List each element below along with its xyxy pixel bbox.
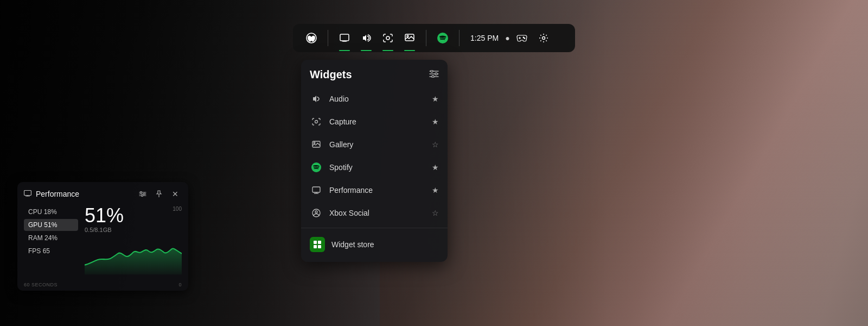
perf-controls: ✕ <box>136 187 182 200</box>
svg-point-17 <box>435 73 437 75</box>
perf-stat-ram[interactable]: RAM 24% <box>24 232 78 244</box>
widget-item-spotify[interactable]: Spotify ★ <box>301 156 448 179</box>
spotify-widget-label: Spotify <box>329 163 425 172</box>
svg-point-21 <box>314 142 315 144</box>
perf-body: CPU 18% GPU 51% RAM 24% FPS 65 100 51% 0… <box>17 206 188 282</box>
perf-stat-fps[interactable]: FPS 65 <box>24 245 78 257</box>
svg-point-27 <box>315 211 317 213</box>
gallery-widget-icon <box>310 138 323 151</box>
widget-item-performance[interactable]: Performance ★ <box>301 179 448 202</box>
controller-icon[interactable] <box>512 28 532 48</box>
divider-1 <box>328 30 328 46</box>
perf-time-end: 0 <box>178 282 182 287</box>
xbox-social-star[interactable]: ☆ <box>432 209 439 217</box>
widgets-divider <box>301 228 448 228</box>
svg-rect-1 <box>340 34 349 41</box>
perf-percentage: 51% <box>85 206 124 225</box>
spotify-widget-icon <box>310 161 323 174</box>
perf-title: Performance <box>36 190 132 198</box>
perf-time-start: 60 SECONDS <box>24 282 58 287</box>
audio-widget-icon <box>310 92 323 105</box>
svg-rect-31 <box>318 245 321 248</box>
widgets-header: Widgets <box>301 68 448 87</box>
perf-chart-labels: 60 SECONDS 0 <box>17 282 188 287</box>
topbar-audio-icon[interactable] <box>356 28 376 48</box>
xbox-social-widget-label: Xbox Social <box>329 209 425 217</box>
svg-rect-30 <box>314 245 317 248</box>
topbar-performance-icon[interactable] <box>335 28 354 48</box>
clock: 1:25 PM <box>470 34 499 42</box>
svg-point-19 <box>315 121 318 123</box>
performance-widget: Performance ✕ <box>17 182 188 291</box>
settings-icon[interactable] <box>534 28 553 48</box>
perf-pin-btn[interactable] <box>152 187 165 200</box>
svg-rect-29 <box>318 241 321 244</box>
capture-widget-label: Capture <box>329 117 425 126</box>
topbar-capture-icon[interactable] <box>378 28 398 48</box>
topbar-gallery-icon[interactable] <box>400 28 419 48</box>
perf-stats-list: CPU 18% GPU 51% RAM 24% FPS 65 <box>24 206 78 278</box>
performance-star[interactable]: ★ <box>432 186 439 195</box>
divider-3 <box>459 30 459 46</box>
widget-item-audio[interactable]: Audio ★ <box>301 87 448 110</box>
perf-detail: 0.5/8.1GB <box>85 227 112 233</box>
gallery-star[interactable]: ☆ <box>432 140 439 149</box>
xbox-social-widget-icon <box>310 206 323 220</box>
svg-point-38 <box>141 192 142 193</box>
gallery-widget-label: Gallery <box>329 140 425 149</box>
performance-widget-label: Performance <box>329 186 425 195</box>
top-bar: 1:25 PM ● <box>293 24 575 52</box>
perf-header: Performance ✕ <box>17 182 188 206</box>
svg-point-18 <box>432 76 434 78</box>
widget-store-label: Widget store <box>331 240 374 249</box>
capture-star[interactable]: ★ <box>432 117 439 126</box>
svg-point-12 <box>542 37 545 40</box>
audio-star[interactable]: ★ <box>432 95 439 103</box>
perf-settings-btn[interactable] <box>136 187 149 200</box>
svg-point-10 <box>523 37 524 38</box>
divider-2 <box>426 30 426 46</box>
widget-store-item[interactable]: Widget store <box>301 231 448 258</box>
widget-item-xbox-social[interactable]: Xbox Social ☆ <box>301 202 448 224</box>
svg-rect-23 <box>312 187 320 192</box>
perf-max-value: 100 <box>173 206 182 212</box>
perf-widget-icon <box>24 190 31 198</box>
capture-widget-icon <box>310 115 323 128</box>
perf-stat-gpu[interactable]: GPU 51% <box>24 219 78 231</box>
perf-chart <box>85 240 182 278</box>
perf-close-btn[interactable]: ✕ <box>169 187 182 200</box>
perf-main-display: 100 51% 0.5/8.1GB <box>78 206 182 278</box>
svg-point-39 <box>144 193 145 195</box>
widgets-panel: Widgets Audio ★ <box>301 60 448 262</box>
svg-rect-32 <box>24 191 31 196</box>
widgets-settings-icon[interactable] <box>429 70 439 80</box>
svg-point-4 <box>386 36 390 40</box>
widget-item-gallery[interactable]: Gallery ☆ <box>301 133 448 156</box>
svg-point-40 <box>142 195 143 197</box>
battery-indicator: ● <box>505 34 509 42</box>
widgets-title: Widgets <box>310 68 352 81</box>
widget-store-icon <box>310 237 325 252</box>
topbar-spotify-icon[interactable] <box>433 28 452 48</box>
perf-stat-cpu[interactable]: CPU 18% <box>24 206 78 218</box>
svg-point-6 <box>407 35 409 37</box>
spotify-star[interactable]: ★ <box>432 163 439 172</box>
svg-point-11 <box>524 38 525 39</box>
performance-widget-icon <box>310 184 323 197</box>
svg-point-16 <box>431 70 433 72</box>
audio-widget-label: Audio <box>329 95 425 103</box>
svg-rect-28 <box>314 241 317 244</box>
widget-item-capture[interactable]: Capture ★ <box>301 110 448 133</box>
xbox-icon[interactable] <box>302 28 321 48</box>
